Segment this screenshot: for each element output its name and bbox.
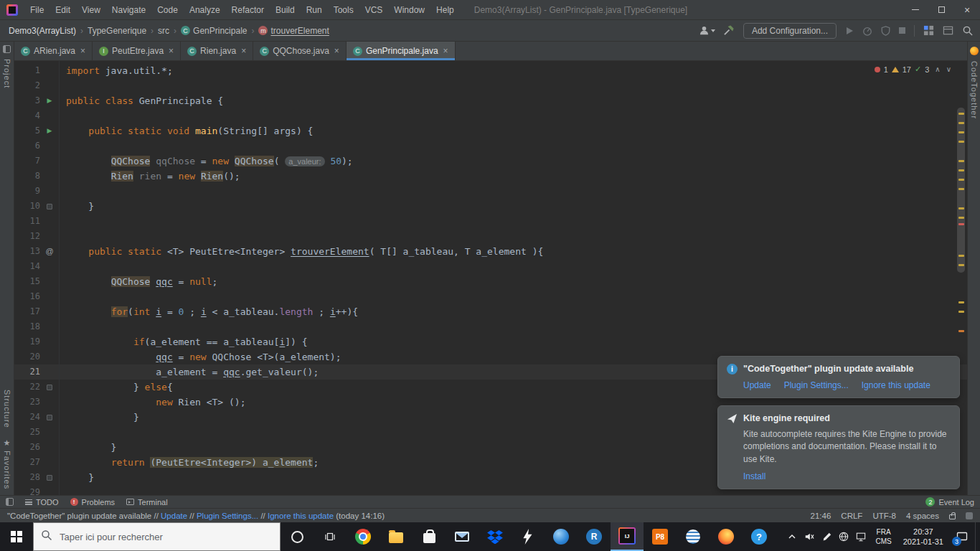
tab-rien-java[interactable]: CRien.java×	[181, 42, 253, 60]
notification-center-button[interactable]: 3	[949, 522, 975, 551]
sidebar-item-codetogether[interactable]: CodeTogether	[970, 61, 979, 119]
stripe-mark[interactable]	[958, 330, 964, 332]
stripe-mark[interactable]	[958, 131, 964, 133]
code-line-19[interactable]: 19 if(a_element == a_tableau[i]) {	[14, 334, 967, 349]
prev-problem-icon[interactable]: ∧	[935, 65, 940, 73]
code-line-1[interactable]: 1import java.util.*;	[14, 63, 967, 78]
sidebar-item-structure[interactable]: Structure	[3, 390, 11, 428]
kite-status-icon[interactable]	[970, 47, 979, 55]
notification-link[interactable]: Install	[743, 471, 765, 481]
status-link[interactable]: Plugin Settings...	[197, 512, 258, 520]
menu-navigate[interactable]: Navigate	[106, 5, 151, 15]
close-button[interactable]: ×	[954, 0, 980, 20]
search-input[interactable]	[58, 531, 273, 543]
run-icon[interactable]: ▶	[40, 123, 59, 138]
fold-icon[interactable]	[40, 470, 59, 485]
project-toolwindow-icon[interactable]	[3, 45, 11, 53]
tray-network-icon[interactable]	[835, 522, 852, 551]
line-ending[interactable]: CRLF	[841, 512, 862, 520]
taskbar-icon-striped-app[interactable]	[677, 522, 710, 551]
stripe-mark[interactable]	[958, 113, 964, 115]
taskbar-icon-r-app[interactable]: R	[578, 522, 611, 551]
code-line-18[interactable]: 18	[14, 319, 967, 334]
menu-file[interactable]: File	[24, 5, 50, 15]
stripe-mark[interactable]	[958, 217, 964, 219]
toolwindow-problems[interactable]: !Problems	[70, 498, 115, 507]
code-line-7[interactable]: 7 QQChose qqChose = new QQChose( a_valeu…	[14, 154, 967, 169]
stripe-mark[interactable]	[958, 264, 964, 266]
start-button[interactable]	[0, 522, 33, 551]
stripe-mark[interactable]	[958, 311, 964, 313]
menu-code[interactable]: Code	[151, 5, 184, 15]
file-encoding[interactable]: UTF-8	[872, 512, 896, 520]
stop-icon[interactable]	[899, 27, 905, 34]
stripe-mark[interactable]	[958, 223, 964, 225]
code-line-8[interactable]: 8 Rien rien = new Rien();	[14, 169, 967, 184]
toolwindow-switcher-icon[interactable]	[6, 498, 14, 506]
tab-close-icon[interactable]: ×	[241, 46, 246, 56]
menu-edit[interactable]: Edit	[50, 5, 76, 15]
code-line-14[interactable]: 14	[14, 259, 967, 274]
menu-analyze[interactable]: Analyze	[184, 5, 226, 15]
code-line-12[interactable]: 12	[14, 229, 967, 244]
notification-link[interactable]: Ignore this update	[862, 380, 930, 390]
run-icon[interactable]: ▶	[40, 93, 59, 108]
code-line-13[interactable]: 13@ public static <T> PeutEtre<Integer> …	[14, 244, 967, 259]
tray-monitor-icon[interactable]	[852, 522, 870, 551]
maximize-button[interactable]	[928, 0, 954, 20]
code-line-17[interactable]: 17 for(int i = 0 ; i < a_tableau.length …	[14, 304, 967, 319]
taskbar-icon-file-explorer[interactable]	[380, 522, 413, 551]
stripe-mark[interactable]	[958, 188, 964, 190]
lock-icon[interactable]	[949, 514, 956, 519]
search-everywhere-icon[interactable]	[962, 25, 973, 36]
code-line-6[interactable]: 6	[14, 138, 967, 154]
taskbar-icon-lightning-app[interactable]	[512, 522, 545, 551]
stripe-mark[interactable]	[958, 160, 964, 162]
tray-volume-icon[interactable]	[801, 522, 818, 551]
notification-link[interactable]: Update	[743, 380, 771, 390]
tab-genprincipale-java[interactable]: CGenPrincipale.java×	[347, 42, 456, 60]
stripe-mark[interactable]	[958, 301, 964, 303]
sidebar-item-favorites[interactable]: Favorites	[3, 451, 11, 489]
taskbar-clock[interactable]: 20:372021-01-31	[897, 527, 949, 547]
menu-window[interactable]: Window	[388, 5, 430, 15]
stripe-mark[interactable]	[958, 141, 964, 143]
menu-help[interactable]: Help	[430, 5, 460, 15]
code-line-16[interactable]: 16	[14, 289, 967, 304]
code-line-9[interactable]: 9	[14, 184, 967, 199]
breadcrumb-item[interactable]: Demo3(ArrayList)	[7, 26, 77, 36]
menu-vcs[interactable]: VCS	[359, 5, 389, 15]
build-hammer-icon[interactable]	[724, 25, 735, 36]
taskbar-icon-help-app[interactable]: ?	[743, 522, 776, 551]
code-line-10[interactable]: 10 }	[14, 199, 967, 214]
tab-qqchose-java[interactable]: CQQChose.java×	[253, 42, 347, 60]
code-editor[interactable]: 1import java.util.*;23▶public class GenP…	[14, 61, 967, 495]
sidebar-item-project[interactable]: Project	[3, 59, 11, 88]
breadcrumb-item[interactable]: mtrouverElement	[257, 26, 330, 36]
code-line-3[interactable]: 3▶public class GenPrincipale {	[14, 93, 967, 108]
menu-build[interactable]: Build	[270, 5, 301, 15]
tab-close-icon[interactable]: ×	[80, 46, 85, 56]
fold-icon[interactable]	[40, 380, 59, 395]
notification-link[interactable]: Plugin Settings...	[784, 380, 849, 390]
inspection-widget[interactable]: 1 17 ✓ 3 ∧ ∨	[875, 65, 951, 74]
cortana-button[interactable]	[281, 522, 314, 551]
taskbar-icon-chrome[interactable]	[347, 522, 380, 551]
caret-position[interactable]: 21:46	[811, 512, 831, 520]
stripe-mark[interactable]	[958, 169, 964, 171]
breadcrumb-item[interactable]: CGenPrincipale	[179, 26, 248, 36]
menu-view[interactable]: View	[76, 5, 106, 15]
window-layout-icon[interactable]	[943, 25, 953, 36]
stripe-mark[interactable]	[958, 255, 964, 257]
task-view-button[interactable]	[314, 522, 347, 551]
menu-tools[interactable]: Tools	[328, 5, 359, 15]
coverage-icon[interactable]	[881, 26, 890, 36]
fold-icon[interactable]	[40, 199, 59, 214]
vcs-user-icon[interactable]	[699, 25, 715, 36]
profiler-icon[interactable]	[862, 26, 872, 36]
taskbar-icon-store[interactable]	[413, 522, 446, 551]
taskbar-icon-dropbox[interactable]	[479, 522, 512, 551]
run-icon[interactable]	[845, 27, 854, 35]
tab-close-icon[interactable]: ×	[334, 46, 339, 56]
breadcrumb-item[interactable]: src	[156, 26, 171, 36]
